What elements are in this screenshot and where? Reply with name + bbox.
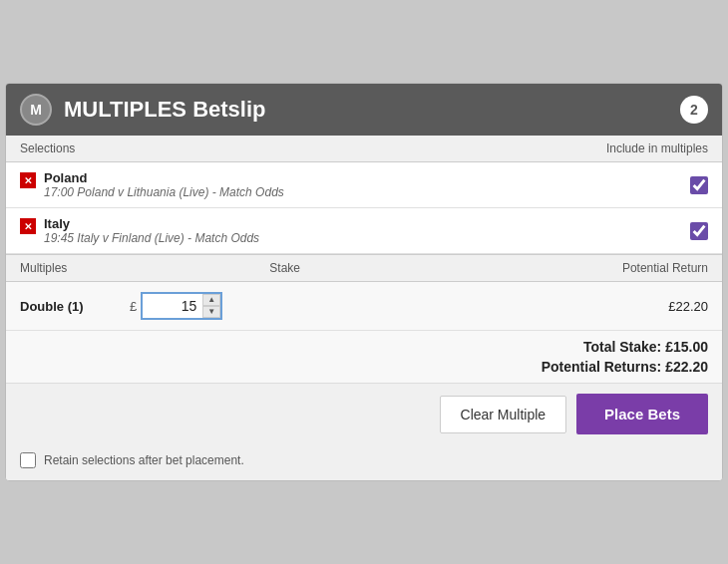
include-italy-checkbox[interactable]	[690, 222, 708, 240]
total-stake-line: Total Stake: £15.00	[20, 339, 708, 355]
stake-input-wrapper: ▲ ▼	[141, 292, 222, 320]
potential-returns-label: Potential Returns:	[542, 359, 662, 375]
include-label: Include in multiples	[606, 141, 708, 155]
m-icon: M	[20, 94, 52, 126]
selection-info-poland: Poland 17:00 Poland v Lithuania (Live) -…	[44, 170, 284, 199]
stake-input[interactable]	[143, 294, 202, 318]
total-stake-label: Total Stake:	[583, 339, 661, 355]
stake-area: £ ▲ ▼	[130, 292, 658, 320]
stake-spinner: ▲ ▼	[202, 294, 220, 318]
selections-label: Selections	[20, 141, 75, 155]
retain-checkbox[interactable]	[20, 452, 36, 468]
selection-info-italy: Italy 19:45 Italy v Finland (Live) - Mat…	[44, 216, 259, 245]
italy-detail: 19:45 Italy v Finland (Live) - Match Odd…	[44, 231, 259, 245]
currency-symbol: £	[130, 299, 137, 314]
count-badge: 2	[680, 96, 708, 124]
multiples-label: Multiples	[20, 261, 67, 275]
selection-row-poland: ✕ Poland 17:00 Poland v Lithuania (Live)…	[6, 162, 722, 208]
clear-multiple-button[interactable]: Clear Multiple	[440, 396, 567, 433]
poland-team: Poland	[44, 170, 284, 185]
multiples-header: Multiples Stake Potential Return	[6, 254, 722, 282]
italy-team: Italy	[44, 216, 259, 231]
remove-italy-button[interactable]: ✕	[20, 218, 36, 234]
retain-label: Retain selections after bet placement.	[44, 453, 244, 467]
betslip-panel: M MULTIPLES Betslip 2 Selections Include…	[5, 83, 723, 481]
double-label: Double (1)	[20, 299, 120, 314]
betslip-title: MULTIPLES Betslip	[64, 97, 266, 123]
stake-down-button[interactable]: ▼	[202, 306, 220, 318]
stake-up-button[interactable]: ▲	[202, 294, 220, 306]
return-col-label: Potential Return	[622, 261, 708, 275]
actions-area: Clear Multiple Place Bets	[6, 383, 722, 444]
selection-left-poland: ✕ Poland 17:00 Poland v Lithuania (Live)…	[20, 170, 284, 199]
potential-returns-value: £22.20	[665, 359, 708, 375]
place-bets-button[interactable]: Place Bets	[576, 394, 708, 434]
double-row: Double (1) £ ▲ ▼ £22.20	[6, 282, 722, 331]
total-returns-line: Potential Returns: £22.20	[20, 359, 708, 375]
selection-row-italy: ✕ Italy 19:45 Italy v Finland (Live) - M…	[6, 208, 722, 254]
totals-area: Total Stake: £15.00 Potential Returns: £…	[6, 331, 722, 383]
selections-header: Selections Include in multiples	[6, 136, 722, 162]
total-stake-value: £15.00	[665, 339, 708, 355]
include-poland-checkbox[interactable]	[690, 176, 708, 194]
header-left: M MULTIPLES Betslip	[20, 94, 266, 126]
betslip-header: M MULTIPLES Betslip 2	[6, 84, 722, 136]
stake-col-label: Stake	[269, 261, 300, 275]
selection-left-italy: ✕ Italy 19:45 Italy v Finland (Live) - M…	[20, 216, 259, 245]
potential-return-value: £22.20	[668, 299, 708, 314]
poland-detail: 17:00 Poland v Lithuania (Live) - Match …	[44, 185, 284, 199]
retain-area: Retain selections after bet placement.	[6, 444, 722, 480]
remove-poland-button[interactable]: ✕	[20, 172, 36, 188]
